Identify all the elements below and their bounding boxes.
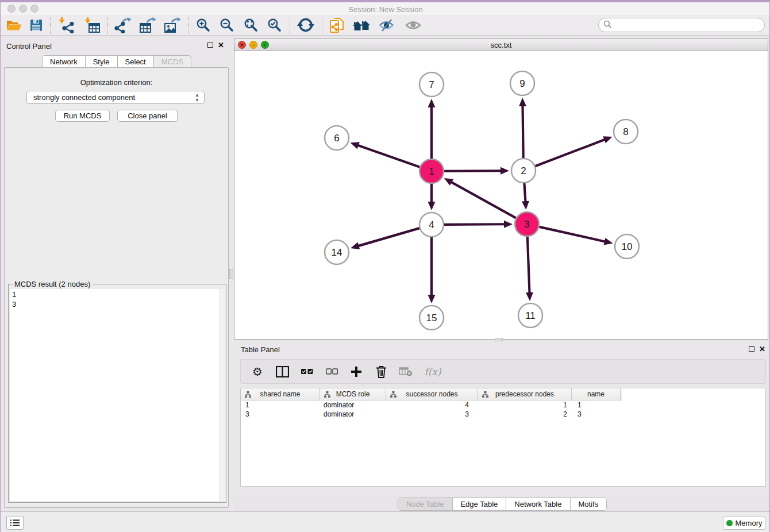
table-cell[interactable]: 3	[386, 410, 478, 419]
mcds-result-group: MCDS result (2 nodes) 13	[8, 284, 226, 503]
settings-gear-icon[interactable]: ⚙	[250, 363, 265, 380]
table-cell[interactable]: dominator	[320, 400, 386, 410]
split-panel-icon[interactable]	[275, 363, 290, 380]
column-header-shared-name[interactable]: shared name	[241, 388, 320, 400]
column-header-successor-nodes[interactable]: successor nodes	[386, 388, 478, 400]
graph-node-9[interactable]: 9	[510, 71, 534, 95]
table-cell[interactable]: 1	[478, 400, 572, 410]
graph-node-4[interactable]: 4	[419, 213, 444, 237]
graph-edge-1-2[interactable]	[444, 167, 509, 175]
graph-node-7[interactable]: 7	[419, 72, 444, 97]
import-network-icon[interactable]	[57, 16, 75, 34]
optimization-criterion-select[interactable]: strongly connected component ▲▼	[26, 91, 205, 104]
export-network-icon[interactable]	[114, 16, 132, 34]
tab-node-table[interactable]: Node Table	[398, 498, 452, 510]
tab-mcds[interactable]: MCDS	[153, 55, 191, 68]
svg-text:10: 10	[622, 241, 633, 252]
toolbar-separator	[290, 17, 290, 34]
run-mcds-button[interactable]: Run MCDS	[55, 110, 110, 122]
graph-edge-1-7[interactable]	[428, 99, 436, 159]
zoom-in-icon[interactable]	[196, 16, 211, 34]
graph-node-15[interactable]: 15	[419, 306, 444, 330]
table-panel-float-icon[interactable]	[749, 346, 754, 352]
node-table[interactable]: shared nameMCDS rolesuccessor nodesprede…	[240, 388, 766, 487]
table-toolbar: ⚙ f(x)	[240, 359, 766, 384]
graph-node-10[interactable]: 10	[615, 234, 639, 259]
mcds-result-title: MCDS result (2 nodes)	[13, 280, 92, 288]
graph-edge-4-15[interactable]	[428, 237, 436, 303]
table-cell[interactable]: 3	[572, 410, 621, 419]
horizontal-splitter-handle[interactable]	[495, 338, 503, 341]
svg-text:14: 14	[332, 247, 342, 258]
table-cell[interactable]: 1	[241, 400, 320, 410]
table-panel-close-icon[interactable]: ✕	[759, 346, 765, 352]
search-box[interactable]	[598, 18, 765, 32]
refresh-view-icon[interactable]	[297, 16, 314, 34]
table-row[interactable]: 1dominator411	[241, 400, 765, 410]
graph-edge-1-6[interactable]	[351, 142, 421, 167]
table-panel: Table Panel ✕ ⚙ f(x) shared nameMCDS rol…	[234, 342, 770, 511]
graph-edge-2-9[interactable]	[519, 98, 526, 159]
graph-edge-3-11[interactable]	[526, 236, 533, 301]
network-canvas[interactable]: 7968124314101511	[234, 51, 768, 339]
control-panel-close-icon[interactable]: ✕	[218, 43, 224, 48]
clear-checks-icon[interactable]	[324, 363, 339, 380]
tab-style[interactable]: Style	[85, 55, 117, 68]
home-layout-icon[interactable]	[352, 16, 371, 34]
export-image-icon[interactable]	[164, 16, 181, 34]
import-table-icon[interactable]	[84, 16, 100, 34]
tab-network-table[interactable]: Network Table	[506, 498, 569, 510]
search-input[interactable]	[598, 18, 765, 32]
export-table-icon[interactable]	[139, 16, 156, 34]
close-panel-button[interactable]: Close panel	[117, 110, 178, 122]
select-all-checks-icon[interactable]	[299, 363, 314, 380]
graph-node-11[interactable]: 11	[518, 303, 542, 327]
zoom-selected-icon[interactable]	[267, 16, 282, 34]
save-session-icon[interactable]	[30, 16, 43, 34]
graph-node-3[interactable]: 3	[515, 212, 539, 236]
graph-edge-3-10[interactable]	[538, 227, 613, 245]
graph-node-14[interactable]: 14	[325, 240, 349, 264]
graph-edge-2-8[interactable]	[535, 136, 613, 166]
table-cell[interactable]: dominator	[320, 410, 386, 419]
column-header-name[interactable]: name	[572, 388, 621, 400]
tab-select[interactable]: Select	[117, 55, 153, 68]
table-cell[interactable]: 2	[478, 410, 572, 419]
table-cell[interactable]: 1	[572, 400, 621, 410]
search-icon	[603, 20, 612, 31]
status-bar: Memory	[1, 511, 770, 532]
graph-edge-4-3[interactable]	[444, 221, 513, 228]
zoom-out-icon[interactable]	[220, 16, 234, 34]
mcds-result-scrollbar[interactable]	[220, 289, 225, 501]
delete-column-icon[interactable]	[374, 363, 388, 380]
network-graph: 7968124314101511	[234, 51, 768, 339]
graph-node-8[interactable]: 8	[614, 119, 638, 144]
graph-node-6[interactable]: 6	[325, 126, 349, 150]
column-header-predecessor-nodes[interactable]: predecessor nodes	[478, 388, 572, 400]
tab-edge-table[interactable]: Edge Table	[452, 498, 506, 510]
table-row[interactable]: 3dominator323	[241, 410, 765, 419]
tab-network[interactable]: Network	[42, 55, 85, 68]
graph-edge-3-1[interactable]	[444, 178, 517, 218]
column-header-MCDS-role[interactable]: MCDS role	[320, 388, 386, 400]
optimization-criterion-value: strongly connected component	[33, 93, 135, 102]
graph-edge-4-14[interactable]	[351, 228, 420, 249]
task-history-button[interactable]	[6, 516, 24, 530]
zoom-fit-icon[interactable]	[244, 16, 259, 34]
graph-edge-1-4[interactable]	[428, 183, 436, 210]
open-session-icon[interactable]	[6, 16, 22, 34]
memory-button[interactable]: Memory	[723, 516, 765, 530]
table-cell[interactable]: 3	[241, 410, 320, 419]
graph-edge-2-3[interactable]	[522, 183, 529, 210]
mcds-result-item: 1	[12, 290, 220, 299]
add-column-icon[interactable]	[349, 363, 364, 380]
svg-text:1: 1	[429, 166, 434, 177]
tab-motifs[interactable]: Motifs	[569, 498, 606, 510]
hide-graphics-details-icon[interactable]	[378, 16, 395, 34]
duplicate-network-icon[interactable]	[329, 16, 345, 34]
table-cell[interactable]: 4	[386, 400, 478, 410]
graph-node-2[interactable]: 2	[511, 159, 536, 183]
control-panel-float-icon[interactable]	[207, 43, 213, 48]
panel-splitter-handle[interactable]	[229, 269, 233, 279]
graph-node-1[interactable]: 1	[419, 159, 444, 183]
